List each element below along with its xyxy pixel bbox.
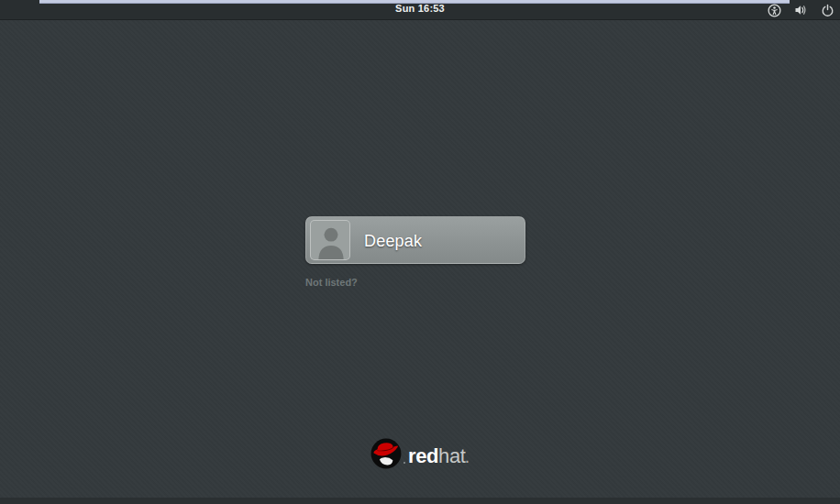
bottom-edge bbox=[0, 498, 840, 504]
brand-word-suffix: . bbox=[465, 451, 469, 466]
user-avatar bbox=[310, 220, 350, 260]
person-silhouette-icon bbox=[311, 221, 350, 260]
brand-wordmark: redhat. bbox=[408, 446, 469, 468]
redhat-shadowman-icon bbox=[370, 438, 402, 469]
volume-icon[interactable] bbox=[793, 3, 808, 17]
user-name: Deepak bbox=[364, 217, 422, 265]
not-listed-button[interactable]: Not listed? bbox=[305, 277, 358, 288]
brand-word-hat: hat bbox=[438, 444, 465, 467]
redhat-logo: redhat. bbox=[370, 438, 469, 469]
power-icon[interactable] bbox=[820, 3, 834, 17]
accessibility-icon[interactable] bbox=[767, 3, 781, 17]
user-tile-deepak[interactable]: Deepak bbox=[305, 216, 525, 264]
clock: Sun 16:53 bbox=[0, 3, 840, 14]
login-screen: Sun 16:53 bbox=[0, 0, 840, 504]
top-scrollbar[interactable] bbox=[39, 0, 790, 4]
trademark-dot bbox=[403, 462, 405, 464]
brand-word-red: red bbox=[408, 444, 438, 467]
